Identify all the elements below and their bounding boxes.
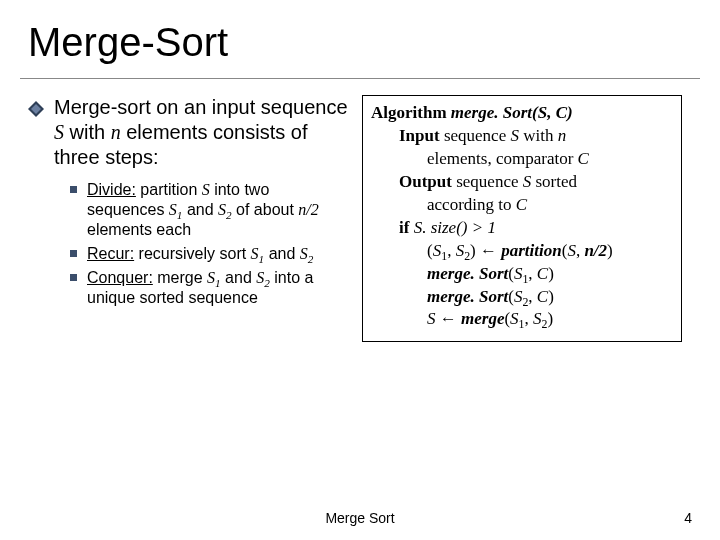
var-s: S <box>427 309 436 328</box>
text-fragment: merge <box>153 269 207 286</box>
right-column: Algorithm merge. Sort(S, C) Input sequen… <box>362 95 682 495</box>
var-s1: S <box>510 309 519 328</box>
var-c: C <box>537 287 548 306</box>
algorithm-box: Algorithm merge. Sort(S, C) Input sequen… <box>362 95 682 342</box>
text-fragment: with <box>64 121 111 143</box>
var-s2: S <box>533 309 542 328</box>
var-c: C <box>578 149 589 168</box>
algo-line: according to C <box>427 194 673 217</box>
algo-line: elements, comparator C <box>427 148 673 171</box>
slide-number: 4 <box>684 510 692 526</box>
algo-line: merge. Sort(S2, C) <box>427 286 673 309</box>
text-fragment: and <box>264 245 300 262</box>
algo-line: (S1, S2) ← partition(S, n/2) <box>427 240 673 263</box>
keyword: Output <box>399 172 452 191</box>
text-fragment: elements each <box>87 221 191 238</box>
main-bullet-text: Merge-sort on an input sequence S with n… <box>54 95 348 170</box>
slide: Merge-Sort Merge-sort on an input sequen… <box>0 0 720 540</box>
text-fragment: , <box>528 287 537 306</box>
algo-line: Output sequence S sorted <box>399 171 673 194</box>
function-name: merge. Sort(S, C) <box>447 103 573 122</box>
algo-line: Input sequence S with n <box>399 125 673 148</box>
algo-line: merge. Sort(S1, C) <box>427 263 673 286</box>
text-fragment: Merge-sort on an input sequence <box>54 96 348 118</box>
content-area: Merge-sort on an input sequence S with n… <box>28 95 698 495</box>
text-fragment: with <box>519 126 558 145</box>
keyword: Input <box>399 126 440 145</box>
left-column: Merge-sort on an input sequence S with n… <box>28 95 348 495</box>
var-s1: S <box>251 245 259 262</box>
text-fragment: and <box>182 201 218 218</box>
subscript: 2 <box>308 253 314 265</box>
algo-line: S ← merge(S1, S2) <box>427 308 673 331</box>
condition: S. size() > 1 <box>414 218 496 237</box>
text-fragment: , <box>447 241 456 260</box>
text-fragment: sorted <box>531 172 577 191</box>
text-fragment: , <box>525 309 534 328</box>
function-name: merge. Sort <box>427 287 508 306</box>
var-s: S <box>202 181 210 198</box>
var-c: C <box>516 195 527 214</box>
keyword: if <box>399 218 414 237</box>
var-s2: S <box>300 245 308 262</box>
square-bullet-icon <box>70 186 77 193</box>
main-bullet: Merge-sort on an input sequence S with n… <box>28 95 348 170</box>
sub-bullet-divide: Divide: partition S into two sequences S… <box>70 180 348 240</box>
text-fragment: ) <box>548 264 554 283</box>
sub-bullet-recur: Recur: recursively sort S1 and S2 <box>70 244 348 264</box>
var-s: S <box>523 172 532 191</box>
text-fragment: ) <box>607 241 613 260</box>
assign-arrow: ) ← <box>470 241 501 260</box>
var-s2: S <box>456 241 465 260</box>
diamond-bullet-icon <box>28 101 44 121</box>
sub-bullet-list: Divide: partition S into two sequences S… <box>70 180 348 308</box>
keyword: Algorithm <box>371 103 447 122</box>
step-label: Recur: <box>87 245 134 262</box>
step-label: Divide: <box>87 181 136 198</box>
text-fragment: recursively sort <box>134 245 250 262</box>
slide-title: Merge-Sort <box>28 20 228 65</box>
text-fragment: of about <box>232 201 299 218</box>
sub-text: Recur: recursively sort S1 and S2 <box>87 244 313 264</box>
var-s: S <box>54 121 64 143</box>
text-fragment: ) <box>548 287 554 306</box>
text-fragment: partition <box>136 181 202 198</box>
var-s: S <box>510 126 519 145</box>
algo-line: Algorithm merge. Sort(S, C) <box>371 102 673 125</box>
var-s1: S <box>169 201 177 218</box>
sub-text: Divide: partition S into two sequences S… <box>87 180 348 240</box>
square-bullet-icon <box>70 274 77 281</box>
algo-line: if S. size() > 1 <box>399 217 673 240</box>
footer-title: Merge Sort <box>0 510 720 526</box>
text-fragment: and <box>221 269 257 286</box>
var-s1: S <box>207 269 215 286</box>
var-n: n <box>111 121 121 143</box>
text-fragment: sequence <box>440 126 511 145</box>
text-fragment: ) <box>548 309 554 328</box>
var-nhalf: n/2 <box>298 201 318 218</box>
function-name: merge. Sort <box>427 264 508 283</box>
sub-bullet-conquer: Conquer: merge S1 and S2 into a unique s… <box>70 268 348 308</box>
text-fragment: according to <box>427 195 516 214</box>
title-underline <box>20 78 700 79</box>
var-n: n <box>558 126 567 145</box>
step-label: Conquer: <box>87 269 153 286</box>
var-s2: S <box>218 201 226 218</box>
text-fragment: sequence <box>452 172 523 191</box>
square-bullet-icon <box>70 250 77 257</box>
function-name: partition <box>501 241 561 260</box>
var-c: C <box>537 264 548 283</box>
text-fragment: , <box>528 264 537 283</box>
var-s: S <box>567 241 576 260</box>
sub-text: Conquer: merge S1 and S2 into a unique s… <box>87 268 348 308</box>
assign-arrow: ← <box>436 309 462 328</box>
var-s1: S <box>433 241 442 260</box>
text-fragment: elements, comparator <box>427 149 578 168</box>
function-name: merge <box>461 309 504 328</box>
var-nhalf: n/2 <box>584 241 607 260</box>
